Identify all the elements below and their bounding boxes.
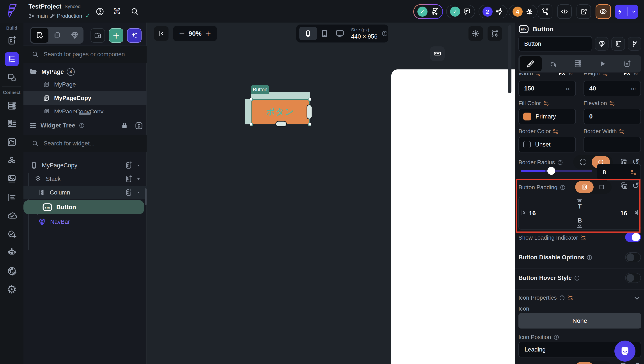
info-icon[interactable] — [553, 334, 559, 340]
set-from-variable-icon[interactable] — [630, 169, 636, 176]
copy-padding-button[interactable]: c — [620, 181, 628, 190]
device-phone-button[interactable] — [299, 27, 317, 40]
set-from-variable-icon[interactable] — [602, 73, 608, 76]
tree-node-page[interactable]: MyPageCopy — [24, 158, 147, 172]
zoom-out-button[interactable]: − — [179, 29, 185, 38]
collapse-panel-button[interactable] — [154, 26, 169, 41]
padding-top-field[interactable]: T — [519, 203, 641, 210]
app-logo[interactable] — [6, 4, 18, 19]
rail-item-components[interactable] — [7, 72, 17, 82]
tab-documentation[interactable] — [615, 60, 639, 68]
add-child-widget-icon[interactable] — [124, 174, 133, 183]
actions-status-pill[interactable]: 2 — [479, 5, 507, 18]
fill-color-input[interactable]: Primary — [518, 109, 576, 124]
rail-item-widget-tree-selected[interactable] — [5, 52, 19, 66]
widget-name-input[interactable]: Button — [518, 36, 592, 52]
set-from-variable-icon[interactable] — [567, 295, 573, 301]
copy-icon-padding-button[interactable] — [620, 362, 628, 364]
radius-per-corner-option[interactable] — [574, 156, 592, 168]
show-loading-toggle[interactable] — [625, 232, 641, 242]
border-color-input[interactable]: Unset — [518, 137, 576, 152]
pages-search-input[interactable]: Search for pages or componen... — [24, 46, 147, 63]
add-child-widget-icon[interactable] — [124, 188, 133, 197]
set-from-variable-icon[interactable] — [535, 73, 541, 76]
add-child-widget-icon[interactable] — [124, 161, 133, 170]
zoom-in-button[interactable]: + — [205, 29, 211, 38]
selection-handle-nw[interactable] — [250, 98, 253, 101]
padding-bottom-field[interactable]: B — [519, 217, 641, 224]
padding-left-icon[interactable] — [521, 210, 525, 216]
reset-padding-button[interactable]: ↺ — [632, 180, 639, 190]
project-name[interactable]: TestProject — [29, 3, 61, 10]
global-search-button[interactable] — [131, 7, 139, 16]
rail-item-content-manager[interactable] — [7, 118, 17, 128]
height-input[interactable]: 40 ∞ — [583, 80, 641, 96]
light-mode-button[interactable] — [468, 26, 483, 41]
rail-item-page-add[interactable] — [7, 36, 17, 46]
rail-item-integrations[interactable] — [7, 155, 17, 166]
convert-to-component-button[interactable] — [595, 37, 608, 50]
device-tablet-button[interactable] — [317, 29, 332, 38]
issues-status-pill[interactable]: 4 — [509, 5, 537, 18]
size-value[interactable]: 440 × 956 — [351, 33, 378, 40]
collapse-section-chevron-icon[interactable] — [633, 294, 641, 302]
support-chat-fab[interactable] — [614, 340, 635, 362]
info-icon[interactable] — [557, 160, 563, 166]
wrap-widget-button[interactable] — [611, 37, 625, 50]
infinity-icon[interactable]: ∞ — [631, 85, 636, 92]
icon-padding-symmetric-option[interactable] — [575, 362, 593, 364]
ai-generate-page-button[interactable] — [127, 28, 142, 43]
canvas-scrollbar[interactable] — [508, 25, 511, 93]
tab-test[interactable] — [590, 60, 615, 68]
branch-name[interactable]: main — [36, 13, 48, 19]
open-app-button[interactable] — [576, 4, 591, 19]
run-button[interactable] — [615, 4, 638, 18]
info-icon[interactable] — [574, 275, 580, 281]
height-unit-toggle[interactable]: PX % — [624, 73, 638, 76]
padding-symmetric-option-selected[interactable] — [575, 181, 593, 193]
tree-node-button-selected[interactable]: BTN Button — [24, 200, 144, 214]
set-from-variable-icon[interactable] — [619, 128, 625, 134]
tree-node-navbar[interactable]: NavBar — [24, 215, 147, 229]
padding-right-icon[interactable] — [634, 210, 638, 216]
widget-search-input[interactable]: Search for widget... — [24, 135, 147, 152]
device-desktop-button[interactable] — [332, 29, 348, 38]
review-status-pill[interactable]: ✓ — [413, 4, 443, 19]
hover-style-toggle[interactable] — [625, 273, 641, 283]
selection-handle-ne[interactable] — [308, 98, 311, 101]
selection-handle-sw[interactable] — [250, 123, 253, 126]
rail-item-theme[interactable] — [7, 266, 17, 276]
environment-name[interactable]: Production — [57, 13, 82, 19]
expand-tree-button[interactable] — [134, 121, 144, 130]
reset-icon-padding-button[interactable]: ↺ — [632, 361, 639, 364]
tab-pages[interactable] — [49, 27, 66, 44]
comments-status-pill[interactable]: ✓ — [446, 5, 475, 18]
set-from-variable-icon[interactable] — [543, 100, 549, 106]
tab-properties-selected[interactable] — [520, 56, 542, 71]
keyboard-toggle-button[interactable] — [430, 46, 445, 61]
page-row[interactable]: MyPageCopyCopy — [24, 105, 147, 113]
tree-node-stack[interactable]: Stack — [24, 172, 147, 186]
info-icon[interactable] — [79, 122, 85, 128]
branch-manager-button[interactable] — [538, 4, 552, 19]
slider-thumb[interactable] — [547, 167, 555, 175]
border-radius-input[interactable]: 8 — [597, 164, 641, 181]
set-from-variable-icon[interactable] — [609, 100, 615, 106]
infinity-icon[interactable]: ∞ — [565, 85, 571, 92]
tree-node-column[interactable]: Column — [24, 186, 147, 199]
ff-docs-button[interactable] — [628, 37, 641, 50]
folder-row[interactable]: MyPage 4 — [24, 65, 147, 79]
info-icon[interactable] — [559, 295, 565, 301]
rail-item-media-assets[interactable] — [7, 174, 17, 184]
page-row[interactable]: MyPage — [24, 78, 147, 91]
info-icon[interactable] — [381, 30, 388, 37]
tab-components[interactable] — [66, 27, 84, 44]
rail-item-agents[interactable] — [7, 247, 17, 257]
width-input[interactable]: 150 ∞ — [518, 80, 576, 96]
padding-left-field[interactable]: 16 — [529, 210, 536, 217]
caret-down-icon[interactable] — [136, 176, 141, 181]
tab-pages-and-components[interactable] — [31, 28, 49, 43]
border-radius-slider[interactable] — [521, 170, 592, 172]
page-row-selected[interactable]: MyPageCopy — [24, 91, 147, 105]
padding-right-field[interactable]: 16 — [620, 210, 627, 217]
